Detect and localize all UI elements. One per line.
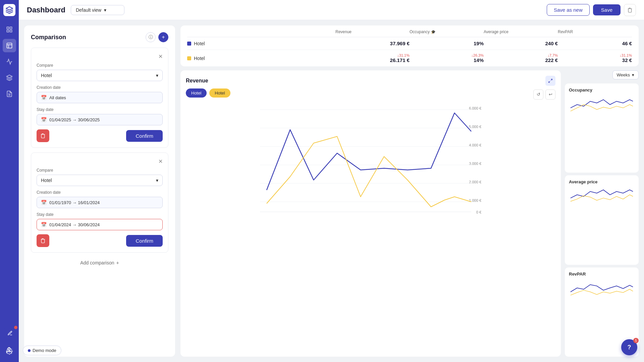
help-button[interactable]: ? 5 xyxy=(621,339,637,355)
card-2-creation-date[interactable]: 📅 01/01/1970 → 16/01/2024 xyxy=(37,197,163,208)
comparison-card-2: ✕ Compare Hotel ▾ Creation date 📅 01/01/… xyxy=(31,153,168,253)
metric-1-revpar: 46 € xyxy=(558,41,632,46)
card-2-actions: Confirm xyxy=(37,234,163,247)
revpar-header: RevPAR xyxy=(558,29,632,34)
revenue-header: Revenue xyxy=(335,29,410,34)
card-1-delete-button[interactable] xyxy=(37,129,49,142)
card-2-confirm-button[interactable]: Confirm xyxy=(126,235,163,247)
card-2-compare-select[interactable]: Hotel ▾ xyxy=(37,175,163,186)
sidebar xyxy=(0,0,19,362)
save-button[interactable]: Save xyxy=(593,4,621,15)
metric-col-name-header xyxy=(187,29,335,34)
card-1-stay-date[interactable]: 📅 01/04/2025 → 30/06/2025 xyxy=(37,114,163,125)
card-1-compare-select[interactable]: Hotel ▾ xyxy=(37,70,163,81)
card-2-stay-date[interactable]: 📅 01/04/2024 → 30/06/2024 xyxy=(37,219,163,230)
card-1-creation-label: Creation date xyxy=(37,85,163,90)
help-badge: 5 xyxy=(633,338,639,343)
view-dropdown[interactable]: Default view ▾ xyxy=(71,5,124,15)
card-1-actions: Confirm xyxy=(37,129,163,142)
card-1-creation-date[interactable]: 📅 All dates xyxy=(37,92,163,103)
card-1-close-button[interactable]: ✕ xyxy=(158,53,163,60)
chart-filter-tabs: Hotel Hotel xyxy=(186,88,230,98)
metric-2-revenue: ↓31.1% 26.171 € xyxy=(335,53,410,63)
refresh-chart-button[interactable]: ↺ xyxy=(533,89,543,100)
card-2-close-row: ✕ xyxy=(37,158,163,165)
sidebar-item-dashboard[interactable] xyxy=(3,39,16,52)
svg-rect-1 xyxy=(10,27,12,29)
metric-row-2: Hotel ↓31.1% 26.171 € ↓26.3% 14% xyxy=(187,50,632,66)
sidebar-item-layers[interactable] xyxy=(3,71,16,84)
card-2-delete-button[interactable] xyxy=(37,234,49,247)
undo-chart-button[interactable]: ↩ xyxy=(545,89,555,100)
occupancy-chart-title: Occupancy xyxy=(569,87,635,93)
metric-1-avgprice: 240 € xyxy=(484,41,558,46)
app-logo xyxy=(3,4,15,16)
metrics-row: Revenue Occupancy 🎓 Average price xyxy=(180,25,639,66)
header: Dashboard Default view ▾ Save as new Sav… xyxy=(19,0,644,20)
metric-2-name: Hotel xyxy=(187,56,335,61)
info-icon-button[interactable]: ⓘ xyxy=(146,32,156,42)
svg-rect-0 xyxy=(7,27,9,29)
occupancy-mini-chart xyxy=(569,95,635,115)
metric-2-color-dot xyxy=(187,56,191,60)
card-2-close-button[interactable]: ✕ xyxy=(158,158,163,165)
page-title: Dashboard xyxy=(27,6,65,14)
revpar-mini-chart xyxy=(569,279,635,299)
card-2-creation-label: Creation date xyxy=(37,190,163,195)
main-content: Dashboard Default view ▾ Save as new Sav… xyxy=(19,0,644,362)
calendar-icon-2: 📅 xyxy=(41,117,47,122)
metric-col-avgprice-header: Average price xyxy=(484,29,558,34)
filter-hotel-yellow-button[interactable]: Hotel xyxy=(209,88,230,98)
avgprice-header: Average price xyxy=(484,29,558,34)
card-1-creation-date-value: All dates xyxy=(49,95,66,100)
occupancy-info-icon: 🎓 xyxy=(431,30,436,34)
add-icon-button[interactable]: + xyxy=(158,32,168,42)
sidebar-item-home[interactable] xyxy=(3,23,16,36)
card-1-stay-label: Stay date xyxy=(37,107,163,112)
header-actions: Save as new Save xyxy=(547,4,636,16)
card-1-confirm-button[interactable]: Confirm xyxy=(126,130,163,142)
metric-1-color-dot xyxy=(187,42,191,46)
svg-rect-3 xyxy=(7,30,9,32)
occupancy-header: Occupancy 🎓 xyxy=(410,29,484,34)
add-comparison-button[interactable]: Add comparison + xyxy=(31,257,168,268)
metrics-data: Hotel 37.969 € 19% 240 € 46 € Hotel xyxy=(187,37,632,66)
help-icon: ? xyxy=(628,344,631,351)
card-1-compare-value: Hotel xyxy=(41,73,52,78)
expand-chart-button[interactable] xyxy=(545,76,555,86)
user-icon-button[interactable] xyxy=(5,347,13,355)
svg-rect-4 xyxy=(7,43,12,48)
panel-header-icons: ⓘ + xyxy=(146,32,168,42)
metric-col-occupancy-header: Occupancy 🎓 xyxy=(410,29,484,34)
main-chart-card: Revenue Hotel Hotel ↺ xyxy=(180,70,561,357)
tool-dot-badge xyxy=(14,326,17,329)
weeks-dropdown[interactable]: Weeks ▾ xyxy=(612,70,639,79)
revpar-chart-title: RevPAR xyxy=(569,272,635,277)
sidebar-item-analytics[interactable] xyxy=(3,55,16,68)
calendar-icon-1: 📅 xyxy=(41,95,47,100)
sidebar-item-reports[interactable] xyxy=(3,87,16,101)
dashboard-right: Revenue Occupancy 🎓 Average price xyxy=(175,25,639,357)
revenue-chart-svg: 6.000 € 5.000 € 4.000 € 3.000 € 2.000 € … xyxy=(186,103,555,217)
svg-marker-7 xyxy=(7,75,12,78)
filter-hotel-blue-button[interactable]: Hotel xyxy=(186,88,207,98)
panel-header: Comparison ⓘ + xyxy=(31,32,168,42)
metric-1-name: Hotel xyxy=(187,41,335,46)
metric-1-occupancy: 19% xyxy=(410,41,484,46)
avgprice-chart-title: Average price xyxy=(569,179,635,184)
chart-section: Revenue Hotel Hotel ↺ xyxy=(180,70,639,357)
demo-mode-badge: Demo mode xyxy=(23,346,61,355)
chart-header: Revenue xyxy=(186,76,555,86)
save-as-new-button[interactable]: Save as new xyxy=(547,4,590,16)
demo-dot xyxy=(28,349,31,352)
add-comparison-label: Add comparison xyxy=(80,260,114,265)
chevron-down-icon: ▾ xyxy=(104,7,106,13)
tool-button[interactable] xyxy=(4,327,16,339)
comparison-panel: Comparison ⓘ + ✕ Compare Hotel ▾ Creatio… xyxy=(24,25,175,357)
card-1-chevron-icon: ▾ xyxy=(156,73,158,78)
metric-2-avgprice: ↓7.7% 222 € xyxy=(484,53,558,63)
calendar-icon-3: 📅 xyxy=(41,200,47,205)
chart-actions xyxy=(545,76,555,86)
delete-button[interactable] xyxy=(624,4,636,16)
weeks-chevron-icon: ▾ xyxy=(632,72,634,77)
